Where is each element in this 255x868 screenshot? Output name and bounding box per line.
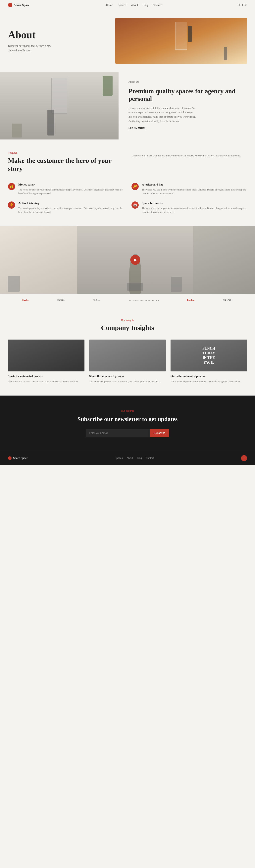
about-person-decoration [47, 110, 54, 135]
nav-links: Home Spaces About Blog Contact [106, 4, 162, 7]
footer: Share Space Spaces About Blog Contact ↑ [0, 451, 255, 465]
newsletter-email-input[interactable] [86, 429, 150, 437]
partner-birden1: birden [22, 299, 29, 302]
footer-logo-text: Share Space [13, 457, 28, 460]
features-label: Features [8, 151, 124, 154]
chair-left [8, 276, 20, 292]
partner-echa: ECHA [57, 299, 65, 302]
about-photo [0, 72, 119, 140]
about-content: About Us Premium quality spaces for agen… [119, 72, 255, 140]
feature-icon-events: 📅 [131, 202, 139, 209]
hero-text: About Discover our spaces that defines a… [8, 29, 109, 53]
nav-home[interactable]: Home [106, 4, 113, 7]
feature-icon-money: 💰 [8, 183, 15, 190]
navigation: Share Space Home Spaces About Blog Conta… [0, 0, 255, 10]
features-header: Features Make the customer the hero of y… [8, 151, 247, 173]
feature-text-events: Space for events The words you use in yo… [142, 202, 247, 214]
features-grid: 💰 Money saver The words you use in your … [8, 183, 247, 214]
footer-link-spaces[interactable]: Spaces [115, 457, 123, 460]
footer-link-contact[interactable]: Contact [146, 457, 154, 460]
logo[interactable]: Share Space [8, 3, 30, 7]
about-body: Discover our spaces that defines a new d… [128, 106, 196, 123]
feature-title-money: Money saver [18, 183, 124, 186]
footer-links: Spaces About Blog Contact [115, 457, 154, 460]
features-intro-text: Discover our spaces that defines a new d… [131, 153, 247, 158]
video-left-panel [0, 226, 77, 294]
scroll-to-top-button[interactable]: ↑ [241, 455, 247, 461]
logo-text: Share Space [14, 3, 30, 7]
feature-text-money: Money saver The words you use in your wr… [18, 183, 124, 195]
newsletter-form: Subscribe [86, 429, 169, 437]
hero-description: Discover our spaces that defines a new d… [8, 44, 52, 53]
partners-section: birden ECHA Urban natural mineral water … [0, 294, 255, 307]
newsletter-label: Our Insights [8, 409, 247, 412]
newsletter-heading: Subscribe our newsletter to get updates [8, 415, 247, 423]
footer-logo-icon [8, 456, 11, 460]
about-section: About Us Premium quality spaces for agen… [0, 72, 255, 140]
features-intro: Discover our spaces that defines a new d… [131, 151, 247, 173]
features-heading: Make the customer the hero of your story [8, 157, 124, 173]
ear-icon: 👂 [9, 203, 13, 207]
newsletter-section: Our Insights Subscribe our newsletter to… [0, 396, 255, 451]
nav-about[interactable]: About [131, 4, 138, 7]
feature-money-saver: 💰 Money saver The words you use in your … [8, 183, 124, 195]
newsletter-subscribe-button[interactable]: Subscribe [150, 429, 169, 437]
logo-icon [8, 3, 12, 7]
calendar-icon: 📅 [133, 203, 137, 207]
insights-heading: Company Insights [8, 324, 247, 332]
feature-body-money: The words you use in your written commun… [18, 188, 124, 195]
hero-person1-decoration [188, 26, 192, 42]
about-label: About Us [128, 80, 196, 84]
insight-card-1: Starts the automated process. The automa… [8, 340, 85, 383]
features-section: Features Make the customer the hero of y… [0, 140, 255, 226]
feature-text-listening: Active Listening The words you use in yo… [18, 202, 124, 214]
insight-image-1 [8, 340, 85, 371]
footer-link-about[interactable]: About [127, 457, 133, 460]
feature-events: 📅 Space for events The words you use in … [131, 202, 247, 214]
social-linkedin[interactable]: in [245, 3, 247, 7]
video-play-button[interactable] [130, 255, 140, 265]
feature-text-locker: A locker and key The words you use in yo… [142, 183, 247, 195]
video-center-panel [77, 226, 193, 294]
feature-title-events: Space for events [142, 202, 247, 205]
hero-section: About Discover our spaces that defines a… [0, 10, 255, 66]
insight-title-2: Starts the automated process. [89, 374, 166, 378]
social-facebook[interactable]: f [242, 3, 243, 7]
learn-more-link[interactable]: LEARN MORE [128, 127, 146, 130]
hero-person2-decoration [224, 47, 227, 60]
insight-card-3: PUNCH TODAY IN THE FACE. Starts the auto… [170, 340, 247, 383]
nav-blog[interactable]: Blog [143, 4, 148, 7]
about-chair-decoration [12, 124, 22, 137]
feature-title-locker: A locker and key [142, 183, 247, 186]
nav-social: 𝕏 f in [238, 3, 247, 7]
feature-locker: 🔑 A locker and key The words you use in … [131, 183, 247, 195]
nav-contact[interactable]: Contact [153, 4, 162, 7]
feature-title-listening: Active Listening [18, 202, 124, 205]
video-right-panel [193, 226, 255, 294]
feature-body-events: The words you use in your written commun… [142, 207, 247, 214]
hero-door-decoration [175, 22, 187, 50]
about-booth-decoration [52, 78, 67, 114]
insight-card-2: Starts the automated process. The automa… [89, 340, 166, 383]
social-twitter[interactable]: 𝕏 [238, 3, 240, 7]
nav-spaces[interactable]: Spaces [118, 4, 126, 7]
insight-image-3: PUNCH TODAY IN THE FACE. [170, 340, 247, 371]
insights-grid: Starts the automated process. The automa… [8, 340, 247, 383]
key-icon: 🔑 [133, 185, 137, 188]
feature-listening: 👂 Active Listening The words you use in … [8, 202, 124, 214]
insights-section: Our Insights Company Insights Starts the… [0, 307, 255, 396]
footer-link-blog[interactable]: Blog [137, 457, 142, 460]
features-header-left: Features Make the customer the hero of y… [8, 151, 124, 173]
footer-logo[interactable]: Share Space [8, 456, 28, 460]
about-plant-decoration [103, 76, 113, 96]
insights-label: Our Insights [8, 319, 247, 321]
partner-natural: natural mineral water [128, 299, 159, 302]
partner-birden2: birden [187, 299, 194, 302]
feature-icon-listening: 👂 [8, 202, 15, 209]
feature-body-listening: The words you use in your written commun… [18, 207, 124, 214]
punch-text: PUNCH TODAY IN THE FACE. [202, 346, 215, 365]
insight-body-1: The automated process starts as soon as … [8, 380, 85, 383]
insight-body-3: The automated process starts as soon as … [170, 380, 247, 383]
hero-image [115, 18, 247, 64]
table-decoration [127, 283, 143, 291]
